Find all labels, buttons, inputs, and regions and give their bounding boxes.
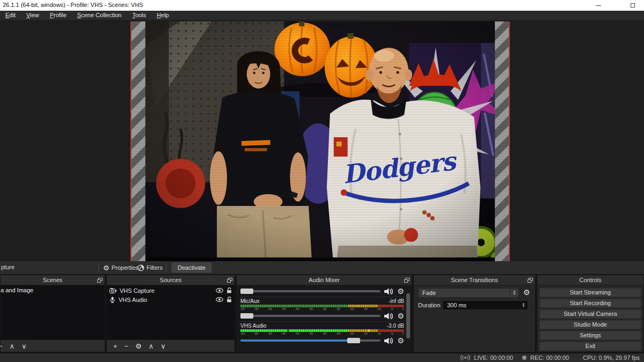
move-scene-down-icon[interactable]: ∨ <box>21 343 27 350</box>
popout-icon[interactable] <box>227 278 232 283</box>
scrollbar-thumb[interactable] <box>406 293 410 338</box>
scene-item[interactable]: a and Image <box>1 285 105 295</box>
meter-tick-label: -20 <box>349 332 354 335</box>
exit-button[interactable]: Exit <box>539 342 641 351</box>
controls-header: Controls <box>537 275 643 285</box>
move-source-down-icon[interactable]: ∨ <box>160 343 166 350</box>
volume-meter <box>240 305 404 307</box>
toolbar-separator <box>98 263 99 272</box>
source-bound-left-edge <box>130 21 131 261</box>
source-name: VHS Capture <box>120 287 213 294</box>
visibility-eye-icon[interactable] <box>216 297 223 302</box>
source-bound-right-edge <box>509 21 510 261</box>
meter-tick-label: -20 <box>349 307 354 311</box>
add-source-icon[interactable]: + <box>113 343 118 350</box>
properties-button[interactable]: ⚙ Properties <box>103 262 138 273</box>
start-streaming-button[interactable]: Start Streaming <box>539 288 641 297</box>
menu-tools[interactable]: Tools <box>127 11 151 20</box>
settings-button[interactable]: Settings <box>539 331 641 340</box>
combo-spin-buttons[interactable]: ▲▼ <box>510 289 518 297</box>
mixer-source-name: Mic/Aux <box>240 298 260 305</box>
popout-icon[interactable] <box>404 278 409 283</box>
titlebar: 26.1.1 (64-bit, windows) - Profile: VHS … <box>0 0 644 11</box>
deactivate-button[interactable]: Deactivate <box>172 263 211 272</box>
properties-label: Properties <box>112 264 138 271</box>
speaker-icon[interactable] <box>384 337 393 344</box>
sources-title: Sources <box>160 277 181 283</box>
volume-slider[interactable] <box>240 289 380 294</box>
menubar: Edit View Profile Scene Collection Tools… <box>0 11 644 20</box>
studio-mode-button[interactable]: Studio Mode <box>539 320 641 329</box>
menu-profile[interactable]: Profile <box>45 11 72 20</box>
menu-scene-collection[interactable]: Scene Collection <box>72 11 127 20</box>
popout-icon[interactable] <box>97 278 103 283</box>
filters-button[interactable]: Filters <box>137 262 163 273</box>
maximize-button[interactable] <box>624 0 642 11</box>
audio-mixer-header: Audio Mixer <box>237 275 412 285</box>
start-recording-button[interactable]: Start Recording <box>539 299 641 308</box>
speaker-icon[interactable] <box>384 288 393 295</box>
video-preview[interactable]: Dodgers <box>131 21 509 261</box>
preview-canvas[interactable]: Dodgers <box>0 20 644 261</box>
source-row-vhs-capture[interactable]: VHS Capture <box>107 286 235 294</box>
mixer-scrollbar[interactable] <box>406 288 410 352</box>
unlock-icon[interactable] <box>226 297 232 302</box>
start-virtual-camera-button[interactable]: Start Virtual Camera <box>539 309 641 319</box>
meter-tick-label: -5 <box>390 307 393 311</box>
minimize-button[interactable] <box>589 0 608 11</box>
audio-mixer-body: ⚙ Mic/Aux -inf dB -60-55-50-45-40-35-30-… <box>237 285 412 352</box>
move-source-up-icon[interactable]: ∧ <box>149 343 154 350</box>
live-time: LIVE: 00:00:00 <box>474 354 513 361</box>
minimize-icon <box>596 5 601 6</box>
vhs-video-frame: Dodgers <box>131 21 509 261</box>
controls-dock: Controls Start Streaming Start Recording… <box>537 275 644 352</box>
scenes-dock: Scenes a and Image − ∧ ∨ <box>0 275 105 352</box>
gear-icon[interactable]: ⚙ <box>397 312 404 320</box>
mixer-entry-vhs-audio: VHS Audio -3.0 dB -60-55-50-45-40-35-30-… <box>240 321 404 346</box>
volume-slider[interactable] <box>240 313 380 319</box>
scene-transitions-dock: Scene Transitions Fade ▲▼ ⚙ Duration 300… <box>413 275 536 352</box>
visibility-eye-icon[interactable] <box>216 288 223 293</box>
transition-select[interactable]: Fade ▲▼ <box>418 288 519 298</box>
remove-source-icon[interactable]: − <box>125 343 129 350</box>
move-scene-up-icon[interactable]: ∧ <box>10 343 15 350</box>
slider-handle[interactable] <box>347 338 360 343</box>
slider-handle[interactable] <box>240 289 253 294</box>
mixer-db-value: -inf dB <box>389 298 404 305</box>
menu-edit[interactable]: Edit <box>0 11 21 20</box>
duration-input[interactable]: 300 ms ▲▼ <box>442 300 528 310</box>
window-title: 26.1.1 (64-bit, windows) - Profile: VHS … <box>3 2 143 8</box>
popout-icon[interactable] <box>528 278 533 283</box>
meter-tick-label: -35 <box>309 332 313 335</box>
record-dot-icon <box>522 355 527 360</box>
meter-tick-label: 0 <box>402 307 404 311</box>
scenes-toolbar: − ∧ ∨ <box>1 339 105 352</box>
sources-list: VHS Capture VHS Audio <box>107 285 235 339</box>
menu-help[interactable]: Help <box>151 11 174 20</box>
meter-tick-label: -30 <box>322 332 326 335</box>
source-row-vhs-audio[interactable]: VHS Audio <box>107 295 235 304</box>
source-toolbar: pture ⚙ Properties Filters Deactivate <box>0 261 644 274</box>
duration-value: 300 ms <box>447 302 466 308</box>
transition-gear-icon[interactable]: ⚙ <box>523 289 530 296</box>
volume-slider[interactable] <box>240 338 380 343</box>
source-properties-gear-icon[interactable]: ⚙ <box>135 343 142 350</box>
meter-tick-label: -25 <box>336 307 340 311</box>
slider-handle[interactable] <box>240 313 253 319</box>
speaker-icon[interactable] <box>384 313 393 320</box>
audio-mixer-dock: Audio Mixer ⚙ <box>236 275 412 352</box>
transition-selected-value: Fade <box>422 290 436 296</box>
duration-spin-buttons[interactable]: ▲▼ <box>520 301 527 309</box>
gear-icon[interactable]: ⚙ <box>397 287 404 295</box>
meter-tick-label: -5 <box>390 332 393 335</box>
source-name: VHS Audio <box>119 297 213 303</box>
gear-icon[interactable]: ⚙ <box>397 337 404 344</box>
sources-header: Sources <box>107 275 235 285</box>
obs-window: 26.1.1 (64-bit, windows) - Profile: VHS … <box>0 0 644 362</box>
broadcast-icon <box>460 354 471 361</box>
menu-view[interactable]: View <box>21 11 45 20</box>
meter-tick-label: -30 <box>322 307 326 311</box>
unlock-icon[interactable] <box>226 287 232 293</box>
sources-toolbar: + − ⚙ ∧ ∨ <box>107 339 235 352</box>
remove-scene-icon[interactable]: − <box>0 343 3 350</box>
